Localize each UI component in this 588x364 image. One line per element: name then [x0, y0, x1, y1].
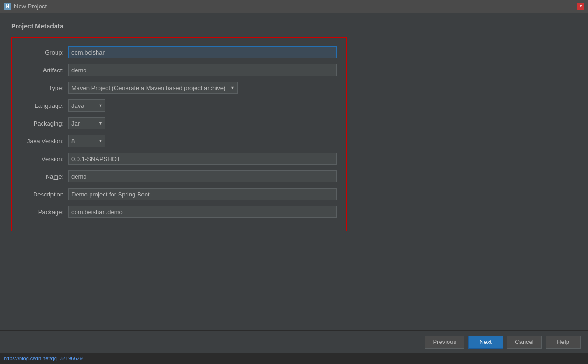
- packaging-dropdown-wrapper: Jar War: [68, 117, 105, 129]
- language-dropdown-wrapper: Java Kotlin Groovy: [68, 99, 105, 112]
- section-title: Project Metadata: [11, 22, 577, 30]
- description-label: Description: [21, 191, 68, 198]
- name-label: Name:: [21, 173, 68, 180]
- app-icon: N: [4, 3, 11, 10]
- title-bar: N New Project ✕: [0, 0, 588, 13]
- packaging-select[interactable]: Jar War: [68, 117, 105, 129]
- name-input[interactable]: [68, 170, 337, 182]
- name-row: Name:: [21, 170, 337, 183]
- java-version-row: Java Version: 8 11 17: [21, 134, 337, 147]
- version-input[interactable]: [68, 153, 337, 165]
- artifact-row: Artifact:: [21, 63, 337, 77]
- dialog-body: Project Metadata Group: Artifact: Type: …: [0, 13, 588, 241]
- type-select[interactable]: Maven Project (Generate a Maven based pr…: [68, 82, 238, 94]
- description-input[interactable]: [68, 188, 337, 200]
- bottom-bar: Previous Next Cancel Help: [0, 330, 588, 353]
- previous-button[interactable]: Previous: [425, 336, 464, 349]
- type-label: Type:: [21, 84, 68, 91]
- language-label: Language:: [21, 102, 68, 109]
- artifact-input[interactable]: [68, 64, 337, 76]
- packaging-row: Packaging: Jar War: [21, 117, 337, 130]
- type-row: Type: Maven Project (Generate a Maven ba…: [21, 81, 337, 94]
- java-version-dropdown-wrapper: 8 11 17: [68, 135, 105, 147]
- version-label: Version:: [21, 155, 68, 162]
- java-version-select[interactable]: 8 11 17: [68, 135, 105, 147]
- version-row: Version:: [21, 152, 337, 165]
- form-container: Group: Artifact: Type: Maven Project (Ge…: [11, 37, 347, 231]
- close-button[interactable]: ✕: [577, 3, 584, 10]
- package-input[interactable]: [68, 206, 337, 218]
- status-link[interactable]: https://blog.csdn.net/qq_32196629: [4, 356, 83, 361]
- group-input[interactable]: [68, 46, 337, 58]
- status-bar: https://blog.csdn.net/qq_32196629: [0, 353, 588, 364]
- description-row: Description: [21, 188, 337, 201]
- language-select[interactable]: Java Kotlin Groovy: [68, 99, 105, 112]
- type-dropdown-wrapper: Maven Project (Generate a Maven based pr…: [68, 82, 238, 94]
- next-button[interactable]: Next: [468, 336, 503, 349]
- java-version-label: Java Version:: [21, 138, 68, 145]
- artifact-label: Artifact:: [21, 67, 68, 74]
- package-label: Package:: [21, 209, 68, 216]
- language-row: Language: Java Kotlin Groovy: [21, 99, 337, 112]
- group-label: Group:: [21, 49, 68, 56]
- title-bar-text: New Project: [14, 3, 574, 10]
- help-button[interactable]: Help: [546, 336, 581, 349]
- package-row: Package:: [21, 205, 337, 218]
- cancel-button[interactable]: Cancel: [507, 336, 542, 349]
- group-row: Group:: [21, 46, 337, 59]
- packaging-label: Packaging:: [21, 120, 68, 127]
